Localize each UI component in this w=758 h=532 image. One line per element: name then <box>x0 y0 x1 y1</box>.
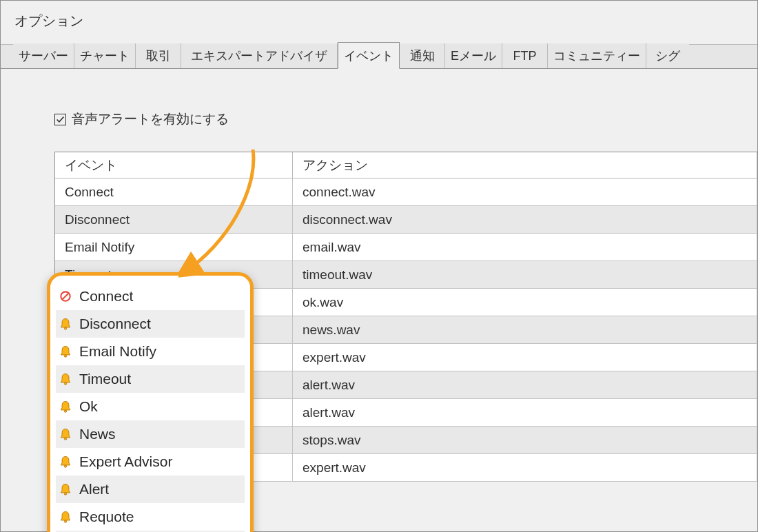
cell-action[interactable]: ok.wav <box>293 289 757 316</box>
enable-sound-label: 音声アラートを有効にする <box>72 110 229 128</box>
svg-point-5 <box>64 410 66 412</box>
callout-item-label: Alert <box>79 481 109 498</box>
tabstrip: サーバー チャート 取引 エキスパートアドバイザ イベント 通知 Eメール FT… <box>1 44 757 69</box>
tab-notify[interactable]: 通知 <box>400 43 445 68</box>
bell-icon <box>59 400 72 413</box>
callout-item[interactable]: News <box>56 420 245 448</box>
callout-item[interactable]: Email Notify <box>56 338 245 365</box>
cell-action[interactable]: connect.wav <box>293 178 757 205</box>
tab-events[interactable]: イベント <box>338 42 400 69</box>
enable-sound-checkbox[interactable] <box>54 114 66 125</box>
callout-item[interactable]: Timeout <box>56 365 245 393</box>
tab-content: 音声アラートを有効にする イベント アクション Connectconnect.w… <box>1 69 757 128</box>
tab-community[interactable]: コミュニティー <box>548 43 646 68</box>
bell-icon <box>59 317 72 331</box>
cell-action[interactable]: news.wav <box>293 316 757 343</box>
table-row[interactable]: Disconnectdisconnect.wav <box>55 206 757 234</box>
tab-server[interactable]: サーバー <box>13 43 74 68</box>
callout-item[interactable]: Requote <box>56 503 245 531</box>
table-row[interactable]: Connectconnect.wav <box>55 178 757 206</box>
callout-item[interactable]: Ok <box>56 393 245 420</box>
callout-item-label: Ok <box>79 398 98 415</box>
th-action[interactable]: アクション <box>293 152 757 178</box>
cell-action[interactable]: stops.wav <box>293 427 757 453</box>
svg-point-7 <box>64 465 66 467</box>
bell-icon <box>59 510 72 524</box>
cell-action[interactable]: expert.wav <box>293 454 757 481</box>
cell-action[interactable]: alert.wav <box>293 399 757 426</box>
tab-email[interactable]: Eメール <box>445 43 502 68</box>
svg-point-6 <box>64 438 66 440</box>
cell-action[interactable]: expert.wav <box>293 344 757 371</box>
svg-point-8 <box>64 493 66 495</box>
callout-item[interactable]: Alert <box>56 475 245 503</box>
cell-event[interactable]: Connect <box>55 178 293 205</box>
th-event[interactable]: イベント <box>55 152 293 178</box>
table-row[interactable]: Email Notifyemail.wav <box>55 234 757 261</box>
enable-sound-row[interactable]: 音声アラートを有効にする <box>54 110 757 128</box>
cell-action[interactable]: alert.wav <box>293 371 757 398</box>
callout-item[interactable]: Connect <box>56 283 245 310</box>
events-callout: ConnectDisconnectEmail NotifyTimeoutOkNe… <box>47 272 254 532</box>
cell-action[interactable]: timeout.wav <box>293 261 757 288</box>
callout-item-label: Expert Advisor <box>79 453 172 470</box>
svg-point-4 <box>64 382 66 385</box>
bell-icon <box>59 345 72 358</box>
cell-event[interactable]: Disconnect <box>55 206 293 233</box>
callout-item-label: News <box>79 426 116 442</box>
callout-item-label: Requote <box>79 509 134 525</box>
cell-event[interactable]: Email Notify <box>55 234 293 260</box>
tab-ftp[interactable]: FTP <box>502 43 548 68</box>
callout-item[interactable]: Expert Advisor <box>56 448 245 475</box>
bell-icon <box>59 372 72 386</box>
callout-item-label: Timeout <box>79 371 131 387</box>
check-icon <box>56 115 65 124</box>
callout-item[interactable]: Disconnect <box>56 310 245 338</box>
cell-action[interactable]: email.wav <box>293 234 757 260</box>
tab-chart[interactable]: チャート <box>74 43 136 68</box>
table-header: イベント アクション <box>55 152 757 178</box>
svg-point-9 <box>64 520 66 522</box>
bell-icon <box>59 455 72 469</box>
tab-expert[interactable]: エキスパートアドバイザ <box>181 43 338 68</box>
callout-item-label: Connect <box>79 288 133 305</box>
bell-icon <box>59 482 72 496</box>
tab-signals[interactable]: シグ <box>646 43 689 68</box>
svg-point-3 <box>64 355 66 357</box>
forbid-icon <box>59 289 72 303</box>
svg-line-1 <box>62 293 68 299</box>
window-title: オプション <box>1 1 757 44</box>
svg-point-2 <box>64 327 66 329</box>
callout-item-label: Disconnect <box>79 316 151 332</box>
tab-trade[interactable]: 取引 <box>136 43 181 68</box>
callout-item-label: Email Notify <box>79 343 156 360</box>
cell-action[interactable]: disconnect.wav <box>293 206 757 233</box>
options-window: オプション サーバー チャート 取引 エキスパートアドバイザ イベント 通知 E… <box>0 0 758 532</box>
bell-icon <box>59 427 72 441</box>
